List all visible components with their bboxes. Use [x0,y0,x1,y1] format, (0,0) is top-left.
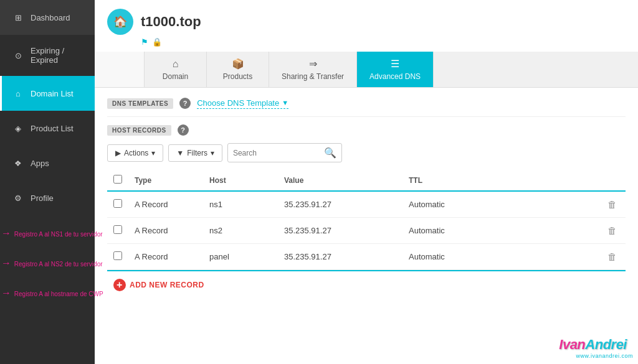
sidebar-label-apps: Apps [31,159,49,168]
host-records-bar: HOST RECORDS ? [107,124,626,136]
actions-label: Actions [124,149,148,157]
add-record-row: + ADD NEW RECORD [107,270,626,299]
actions-chevron-icon: ▾ [151,149,155,157]
watermark-url: www.ivanandrei.com [576,353,633,359]
row-ttl-0: Automatic [402,191,599,218]
sidebar-item-apps[interactable]: ❖ Apps [0,146,95,180]
col-action [599,170,626,191]
tab-domain-label: Domain [163,72,188,81]
tab-sharing-transfer[interactable]: ⇒ Sharing & Transfer [269,52,357,87]
tab-advanced-dns[interactable]: ☰ Advanced DNS [357,52,434,87]
row-value-2: 35.235.91.27 [278,244,402,270]
table-row: A Record ns2 35.235.91.27 Automatic 🗑 [107,218,626,244]
sidebar-label-expiring: Expiring / Expired [31,46,85,65]
sidebar-item-expiring[interactable]: ⊙ Expiring / Expired [0,35,95,76]
dns-template-select[interactable]: Choose DNS Template ▼ [197,98,288,109]
sidebar-label-domain-list: Domain List [31,89,74,98]
filters-chevron-icon: ▾ [211,149,214,157]
expiring-icon: ⊙ [12,49,24,62]
col-type: Type [128,170,203,191]
tab-empty[interactable] [95,52,145,87]
delete-row-0[interactable]: 🗑 [605,198,619,211]
domain-tab-icon: ⌂ [173,58,179,70]
row-ttl-2: Automatic [402,244,599,270]
tabs-row: ⌂ Domain 📦 Products ⇒ Sharing & Transfer… [95,52,638,88]
products-tab-icon: 📦 [232,58,244,70]
sidebar-item-product-list[interactable]: ◈ Product List [0,111,95,146]
tab-sharing-label: Sharing & Transfer [282,72,344,81]
advanced-dns-tab-icon: ☰ [391,58,399,70]
sidebar-label-profile: Profile [31,194,54,203]
row-type-2: A Record [128,244,203,270]
sharing-tab-icon: ⇒ [309,58,317,70]
dns-templates-help-icon[interactable]: ? [179,98,191,109]
row-checkbox-0[interactable] [113,199,122,208]
dns-template-placeholder: Choose DNS Template [197,98,279,108]
tab-domain[interactable]: ⌂ Domain [145,52,207,87]
sidebar-label-dashboard: Dashboard [31,13,70,22]
profile-icon: ⚙ [12,192,24,204]
search-icon: 🔍 [324,147,336,159]
row-ttl-1: Automatic [402,218,599,244]
add-record-plus-icon: + [113,279,126,291]
row-type-0: A Record [128,191,203,218]
domain-name: t1000.top [141,14,201,30]
add-new-record-button[interactable]: + ADD NEW RECORD [113,279,204,291]
dashboard-icon: ⊞ [12,11,24,24]
row-host-0: ns1 [203,191,278,218]
select-all-checkbox[interactable] [113,175,122,184]
delete-row-2[interactable]: 🗑 [605,250,619,263]
watermark: IvanAndrei www.ivanandrei.com [576,355,633,359]
row-value-1: 35.235.91.27 [278,218,402,244]
host-records-help-icon[interactable]: ? [178,124,189,136]
tab-advanced-dns-label: Advanced DNS [369,72,421,81]
actions-button[interactable]: ▶ Actions ▾ [107,144,163,162]
tab-products-label: Products [223,72,252,81]
table-row: A Record ns1 35.235.91.27 Automatic 🗑 [107,191,626,218]
row-type-1: A Record [128,218,203,244]
filters-button[interactable]: ▼ Filters ▾ [168,144,222,162]
search-input[interactable] [233,149,320,157]
dns-template-arrow-icon: ▼ [282,99,288,106]
sidebar-item-dashboard[interactable]: ⊞ Dashboard [0,0,95,35]
sidebar-item-profile[interactable]: ⚙ Profile [0,180,95,215]
row-checkbox-1[interactable] [113,225,122,234]
table-row: A Record panel 35.235.91.27 Automatic 🗑 [107,244,626,270]
apps-icon: ❖ [12,157,24,169]
sidebar-label-product-list: Product List [31,124,74,133]
product-list-icon: ◈ [12,122,24,134]
row-host-2: panel [203,244,278,270]
content-area: DNS TEMPLATES ? Choose DNS Template ▼ HO… [95,88,638,364]
domain-avatar: 🏠 [107,9,133,35]
domain-flag-icon: ⚑ [141,37,148,47]
host-records-label: HOST RECORDS [107,125,171,136]
actions-play-icon: ▶ [115,149,121,157]
col-check [107,170,128,191]
table-header-row: Type Host Value TTL [107,170,626,191]
domain-store-icon: 🏠 [113,15,127,29]
sidebar-item-domain-list[interactable]: ⌂ Domain List [0,76,95,111]
col-value: Value [278,170,402,191]
domain-lock-icon: 🔒 [152,37,162,47]
watermark-name: IvanAndrei [559,337,627,353]
dns-templates-bar: DNS TEMPLATES ? Choose DNS Template ▼ [107,98,626,109]
tab-products[interactable]: 📦 Products [207,52,269,87]
main-content: 🏠 t1000.top ⚑ 🔒 ⌂ Domain 📦 Products ⇒ [95,0,638,364]
sidebar: ⊞ Dashboard ⊙ Expiring / Expired ⌂ Domai… [0,0,95,364]
add-record-label: ADD NEW RECORD [130,281,204,289]
row-value-0: 35.235.91.27 [278,191,402,218]
domain-list-icon: ⌂ [12,87,24,100]
row-host-1: ns2 [203,218,278,244]
col-ttl: TTL [402,170,599,191]
section-divider [107,116,626,117]
col-host: Host [203,170,278,191]
dns-templates-label: DNS TEMPLATES [107,98,173,109]
filters-label: Filters [187,149,207,157]
search-box: 🔍 [227,143,342,162]
domain-header: 🏠 t1000.top ⚑ 🔒 [95,0,638,47]
filters-funnel-icon: ▼ [176,149,184,157]
delete-row-1[interactable]: 🗑 [605,224,619,237]
row-checkbox-2[interactable] [113,251,122,260]
records-table: Type Host Value TTL A Record ns1 35.235.… [107,170,626,270]
toolbar: ▶ Actions ▾ ▼ Filters ▾ 🔍 [107,143,626,162]
